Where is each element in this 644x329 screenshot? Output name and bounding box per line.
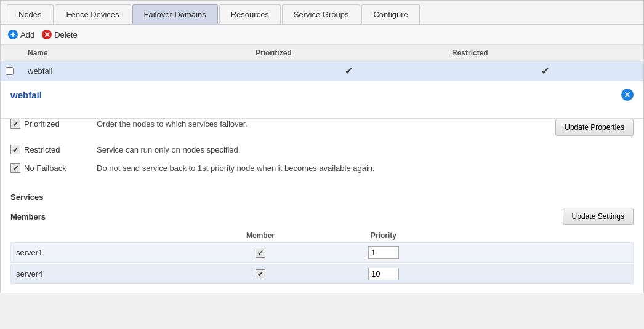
member-checked-server1: ✔	[199, 248, 322, 258]
tab-nodes[interactable]: Nodes	[7, 4, 54, 24]
member-checkbox-server1[interactable]: ✔	[256, 248, 265, 258]
row-name: webfail	[23, 66, 251, 76]
members-table-header: Member Priority	[10, 229, 634, 242]
col-checkbox	[1, 49, 23, 57]
member-checkbox-server4[interactable]: ✔	[256, 269, 265, 279]
services-label: Services	[1, 189, 643, 204]
add-icon: +	[8, 30, 18, 39]
row-restricted: ✔	[447, 65, 643, 77]
restricted-description: Service can run only on nodes specified.	[97, 145, 634, 154]
table-header: Name Prioritized Restricted	[1, 45, 643, 61]
col-name: Name	[23, 49, 251, 57]
col-prioritized: Prioritized	[251, 49, 447, 57]
property-label-restricted: ✔ Restricted	[10, 145, 97, 154]
property-label-no-failback: ✔ No Failback	[10, 163, 97, 173]
member-name-server4: server4	[11, 269, 199, 279]
add-button[interactable]: + Add	[8, 30, 34, 39]
member-checked-server4: ✔	[199, 269, 322, 279]
members-section: Members Update Settings Member Priority …	[1, 204, 643, 293]
tab-failover-domains[interactable]: Failover Domains	[132, 4, 218, 24]
member-priority-server4-cell	[322, 268, 445, 280]
delete-icon: ✕	[42, 30, 52, 39]
property-row-prioritized: ✔ Prioritized Order the nodes to which s…	[10, 119, 634, 136]
detail-panel: webfail ✕	[1, 81, 643, 119]
restricted-label: Restricted	[24, 145, 60, 154]
update-properties-button[interactable]: Update Properties	[555, 119, 634, 136]
row-prioritized: ✔	[251, 65, 447, 77]
member-row-server1: server1 ✔	[10, 242, 634, 263]
property-label-prioritized: ✔ Prioritized	[10, 119, 97, 129]
add-label: Add	[20, 30, 34, 39]
members-col-extra	[445, 231, 634, 240]
tab-resources[interactable]: Resources	[219, 4, 281, 24]
member-priority-server1-cell	[322, 246, 445, 259]
prioritized-description: Order the nodes to which services failov…	[97, 119, 555, 129]
member-name-server1: server1	[11, 248, 199, 257]
tab-bar: Nodes Fence Devices Failover Domains Res…	[1, 1, 643, 25]
table-row[interactable]: webfail ✔ ✔	[1, 61, 643, 81]
members-col-member: Member	[199, 231, 322, 240]
no-failback-label: No Failback	[24, 164, 66, 173]
detail-title: webfail	[10, 90, 42, 100]
member-priority-server1[interactable]	[368, 246, 399, 259]
col-restricted: Restricted	[447, 49, 643, 57]
member-priority-server4[interactable]	[368, 268, 399, 280]
close-button[interactable]: ✕	[621, 89, 634, 101]
property-row-restricted: ✔ Restricted Service can run only on nod…	[10, 145, 634, 154]
restricted-check: ✔	[541, 65, 549, 77]
tab-service-groups[interactable]: Service Groups	[282, 4, 361, 24]
members-col-priority: Priority	[322, 231, 445, 240]
property-row-no-failback: ✔ No Failback Do not send service back t…	[10, 163, 634, 173]
members-col-name	[10, 231, 199, 240]
member-row-server4: server4 ✔	[10, 264, 634, 284]
update-settings-button[interactable]: Update Settings	[563, 208, 634, 225]
prioritized-check: ✔	[345, 65, 353, 77]
prioritized-label: Prioritized	[24, 119, 60, 129]
row-checkbox-cell	[1, 67, 23, 75]
no-failback-description: Do not send service back to 1st priority…	[97, 163, 634, 173]
row-checkbox[interactable]	[6, 67, 14, 75]
tab-fence-devices[interactable]: Fence Devices	[55, 4, 131, 24]
members-header-row: Members Update Settings	[10, 208, 634, 225]
restricted-checkbox[interactable]: ✔	[10, 145, 20, 154]
prioritized-checkbox[interactable]: ✔	[10, 119, 20, 129]
members-label: Members	[10, 212, 46, 221]
toolbar: + Add ✕ Delete	[1, 25, 643, 45]
tab-configure[interactable]: Configure	[361, 4, 419, 24]
properties-section: ✔ Prioritized Order the nodes to which s…	[1, 119, 643, 189]
delete-label: Delete	[54, 30, 78, 39]
detail-header: webfail ✕	[10, 89, 634, 101]
delete-button[interactable]: ✕ Delete	[42, 30, 78, 39]
no-failback-checkbox[interactable]: ✔	[10, 163, 20, 173]
